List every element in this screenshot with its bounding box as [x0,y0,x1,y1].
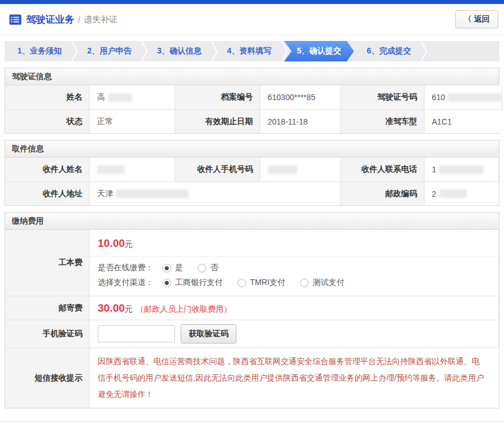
expiry-date-value: 2018-11-18 [260,109,341,133]
field-label: 手机验证码 [5,320,89,348]
sms-code-cell: 获取验证码 [89,320,499,348]
footer-action-bar: 上一步 完成 [0,421,504,430]
radio-online-yes-label[interactable]: 是 [175,263,183,273]
field-label: 状态 [5,109,89,133]
field-label: 收件人联系电话 [341,158,424,181]
redacted-blur [116,189,189,198]
step-separator-chevron [420,41,427,61]
field-label: 短信接收提示 [5,348,89,408]
field-label: 有效期止日期 [175,109,260,133]
payment-section-title: 缴纳费用 [5,213,499,230]
cost-fee-unit: 元 [125,239,133,249]
sms-notice-cell: 因陕西省联通、电信运营商技术问题，陕西省互联网交通安全综合服务管理平台无法向持陕… [89,348,499,408]
pickup-info-panel: 取件信息 收件人姓名 收件人手机号码 收件人联系电话 1 收件人地址 天津 邮政… [5,140,499,206]
cost-fee-amount-line: 10.00元 [90,230,498,257]
postage-fee-line: 30.00元 （邮政人员上门收取费用） [90,297,240,319]
field-label: 邮寄费 [5,296,89,320]
step-1-business-notes[interactable]: 1、业务须知 [5,41,74,61]
sms-code-input[interactable] [98,325,175,342]
radio-channel-tmri-label[interactable]: TMRI支付 [250,278,285,288]
radio-channel-icbc[interactable] [163,279,171,287]
field-label: 收件人手机号码 [175,158,260,181]
redacted-blur [268,166,297,174]
name-value: 高 [89,85,175,109]
online-payment-question-row: 是否在线缴费： 是 否 [90,257,498,273]
postage-fee-note: （邮政人员上门收取费用） [136,304,232,315]
license-info-section-title: 驾驶证信息 [5,68,499,85]
payment-panel: 缴纳费用 工本费 10.00元 是否在线缴费： 是 否 选择支付渠道： 工商银行… [5,212,499,408]
page-header: 驾驶证业务 / 遗失补证 〈返回 [0,4,504,35]
payment-channel-question: 选择支付渠道： [98,278,153,288]
online-payment-question: 是否在线缴费： [98,263,153,273]
redacted-blur [439,189,466,198]
license-number-value: 610 [424,85,502,109]
step-label: 3、确认信息 [157,46,202,56]
pickup-info-section-title: 取件信息 [5,140,499,158]
archive-number-value: 610300****85 [260,85,341,109]
redacted-blur [97,166,124,174]
step-6-complete-submit[interactable]: 6、完成提交 [354,41,424,61]
license-list-icon [9,14,22,25]
field-label: 驾驶证号码 [341,85,424,109]
radio-channel-test[interactable] [300,279,309,287]
postage-fee-amount: 30.00 [98,302,125,315]
chevron-left-icon: 〈 [464,14,472,23]
breadcrumb-current: 遗失补证 [84,14,118,25]
field-label: 档案编号 [175,85,260,109]
get-sms-code-button[interactable]: 获取验证码 [181,324,236,344]
breadcrumb-separator: / [78,15,80,24]
step-label: 6、完成提交 [367,46,411,56]
step-label: 4、资料填写 [227,46,272,56]
vehicle-class-value: A1C1 [424,109,502,133]
top-accent-bar [0,0,504,4]
recipient-name-value [89,158,175,181]
postcode-value: 2 [424,181,499,205]
step-label: 2、用户申告 [88,46,132,56]
postage-fee-cell: 30.00元 （邮政人员上门收取费用） [89,296,499,320]
field-label: 邮政编码 [341,181,424,205]
redacted-blur [439,166,484,174]
recipient-address-value: 天津 [89,181,341,205]
field-label: 收件人地址 [5,181,89,205]
step-5-confirm-submit-active[interactable]: 5、确认提交 [284,41,354,61]
step-3-confirm-info[interactable]: 3、确认信息 [144,41,214,61]
postage-fee-unit: 元 [125,304,133,315]
back-button[interactable]: 〈返回 [455,10,498,28]
radio-online-yes[interactable] [163,264,171,272]
cost-fee-cell: 10.00元 是否在线缴费： 是 否 选择支付渠道： 工商银行支付 TMRI支付… [89,230,499,296]
redacted-blur [108,93,132,102]
status-value: 正常 [89,109,175,133]
sms-notice-text: 因陕西省联通、电信运营商技术问题，陕西省互联网交通安全综合服务管理平台无法向持陕… [90,348,499,408]
field-label: 准驾车型 [341,109,424,133]
pickup-info-table: 收件人姓名 收件人手机号码 收件人联系电话 1 收件人地址 天津 邮政编码 2 [5,158,499,205]
field-label: 姓名 [5,85,89,109]
payment-channel-question-row: 选择支付渠道： 工商银行支付 TMRI支付 测试支付 [90,273,498,296]
license-info-table: 姓名 高 档案编号 610300****85 驾驶证号码 610 状态 正常 有… [5,85,499,133]
recipient-phone-value: 1 [424,158,499,181]
radio-channel-tmri[interactable] [238,279,246,287]
radio-online-no[interactable] [198,264,206,272]
radio-online-no-label[interactable]: 否 [210,263,218,273]
field-label: 工本费 [5,230,89,296]
step-4-fill-materials[interactable]: 4、资料填写 [214,41,284,61]
wizard-steps: 1、业务须知 2、用户申告 3、确认信息 4、资料填写 5、确认提交 6、完成提… [5,41,499,61]
step-2-user-declaration[interactable]: 2、用户申告 [74,41,144,61]
redacted-blur [448,93,502,102]
back-button-label: 返回 [474,14,490,23]
step-label: 5、确认提交 [297,46,341,56]
page-title: 驾驶证业务 [26,13,74,26]
radio-channel-test-label[interactable]: 测试支付 [313,278,344,288]
license-info-panel: 驾驶证信息 姓名 高 档案编号 610300****85 驾驶证号码 610 状… [5,68,499,134]
step-label: 1、业务须知 [18,46,62,56]
recipient-mobile-value [260,158,341,181]
radio-channel-icbc-label[interactable]: 工商银行支付 [175,278,223,288]
field-label: 收件人姓名 [5,158,89,181]
payment-table: 工本费 10.00元 是否在线缴费： 是 否 选择支付渠道： 工商银行支付 TM… [5,230,499,408]
cost-fee-amount: 10.00 [98,237,125,249]
sms-code-line: 获取验证码 [90,320,244,348]
